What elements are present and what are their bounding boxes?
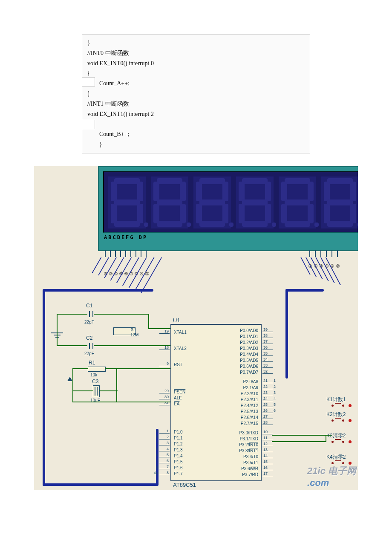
chip-pin-label: P0.3/AD3 [240, 346, 258, 351]
chip-pin-label: P2.5/A13 [241, 409, 258, 414]
terminal-dot [349, 404, 352, 407]
chip-pin-label: P1.6 [174, 465, 183, 470]
net-label: dp [145, 272, 148, 275]
button-label: K2计数2 [326, 411, 346, 418]
chip-pin-number: 6 [159, 459, 170, 463]
net-label: b [109, 272, 112, 275]
code-line: void EX_INT1() interrupt 2 [87, 109, 305, 119]
wire [272, 441, 326, 442]
chip-pin-label: P0.7/AD7 [240, 370, 258, 375]
wire [105, 368, 170, 369]
cap-c1 [91, 310, 92, 318]
chip-pin-label: XTAL2 [174, 346, 187, 351]
chip-pin-number: 33 [262, 363, 273, 368]
chip-pin-number: 9 [159, 361, 170, 366]
wire [99, 390, 118, 391]
terminal-dot [349, 440, 352, 443]
net-alias: dp [149, 471, 159, 475]
bus-wire [43, 483, 158, 486]
chip-pin-number: 39 [262, 327, 273, 332]
net-label: e [124, 272, 128, 275]
chip-pin-label: P1.1 [174, 436, 183, 440]
net-alias: d [149, 447, 159, 451]
chip-pin-number: 38 [262, 333, 273, 338]
chip-pin-number: 7 [159, 465, 170, 469]
chip-pin-number: 22 [262, 384, 273, 389]
net-alias: 3 [274, 390, 276, 395]
wire [72, 368, 88, 369]
chip-pin-number: 29 [159, 389, 170, 393]
chip-pin-number: 5 [159, 453, 170, 457]
chip-pin-number: 10 [262, 430, 273, 434]
cap-c2-value: 22pF [84, 351, 94, 356]
code-line: //INT0 中断函数 [87, 48, 305, 58]
chip-pin-number: 27 [262, 414, 273, 419]
code-line: } [87, 139, 305, 150]
button-label: K4清零2 [326, 454, 346, 461]
xtal-x1-label: X1 [130, 327, 137, 332]
chip-pin-label: P2.7/A15 [241, 421, 258, 426]
code-notch [82, 77, 95, 87]
chip-pin-label: P0.2/AD2 [240, 340, 258, 345]
net-alias: a [149, 429, 159, 433]
chip-pin-number: 4 [159, 447, 170, 451]
chip-pin-number: 13 [262, 448, 273, 452]
code-block: } //INT0 中断函数 void EX_INT0() interrupt 0… [82, 34, 310, 153]
watermark: 21ic 电子网 .com [307, 465, 356, 489]
pin-stub [135, 250, 136, 257]
net-alias: f [149, 459, 159, 463]
chip-pin-label: P0.0/AD0 [240, 328, 258, 333]
seven-seg-digit [236, 176, 274, 228]
chip-pin-number: 26 [262, 408, 273, 413]
bus-wire [285, 289, 324, 292]
code-notch [82, 120, 95, 129]
wire [148, 328, 170, 329]
chip-pin-label: P3.2/INT0 [239, 442, 258, 447]
pin-stub [115, 250, 116, 257]
chip-pin-label: PSEN [174, 390, 185, 394]
pin-stub [315, 250, 316, 257]
chip-pin-label: P0.5/AD5 [240, 358, 258, 363]
res-r1-value: 10k [90, 373, 97, 377]
chip-pin-label: EA [174, 402, 179, 406]
chip-pin-label: P3.3/INT1 [239, 448, 258, 453]
chip-pin-number: 30 [159, 395, 170, 399]
button-label: K3清零2 [326, 432, 346, 439]
pin-stub [130, 250, 131, 257]
seven-seg-digit [321, 176, 358, 228]
wire [72, 390, 93, 391]
pin-stub [125, 250, 126, 257]
chip-pin-label: P1.0 [174, 430, 183, 434]
chip-pin-number: 21 [262, 379, 273, 383]
pin-stub [326, 250, 327, 257]
chip-pin-label: P3.0/RXD [239, 431, 258, 435]
cap-c1-value: 22pF [84, 320, 94, 324]
net-alias: c [149, 441, 159, 445]
net-label: - [140, 272, 143, 275]
chip-pin-label: P2.2/A10 [241, 391, 258, 396]
pushbutton [331, 403, 344, 409]
chip-pin-label: P0.4/AD4 [240, 352, 258, 357]
pin-stub [320, 250, 321, 257]
wire [272, 435, 331, 436]
chip-pin-number: 35 [262, 351, 273, 356]
terminal-dot [349, 419, 352, 422]
pin-stub [120, 250, 121, 257]
chip-pin-number: 19 [159, 329, 170, 334]
wire [116, 368, 117, 402]
code-line: } [87, 89, 305, 99]
pin-stub [141, 250, 141, 257]
terminal-dot [349, 462, 352, 465]
code-line: } [87, 38, 305, 48]
code-line: { [87, 68, 305, 78]
seven-seg-display: ABCDEFG DP 123456 [98, 166, 358, 251]
chip-pin-label: P0.1/AD1 [240, 334, 258, 339]
cap-c2 [91, 341, 92, 350]
chip-pin-label: P2.3/A11 [241, 397, 258, 402]
pin-stub [105, 250, 106, 257]
pin-stub [110, 250, 111, 257]
wire [326, 435, 326, 442]
chip-pin-label: ALE [174, 396, 182, 400]
net-alias: e [149, 453, 159, 457]
chip-pin-label: P2.1/A9 [243, 385, 258, 390]
